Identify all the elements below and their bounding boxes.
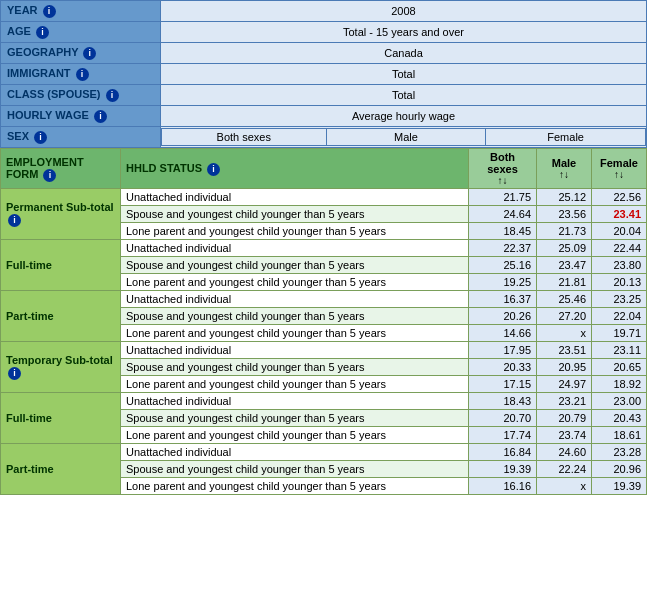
sex-sub-table: Both sexes Male Female bbox=[161, 128, 646, 146]
age-row: AGE i Total - 15 years and over bbox=[1, 22, 647, 43]
immigrant-row: IMMIGRANT i Total bbox=[1, 64, 647, 85]
age-label[interactable]: AGE i bbox=[1, 22, 161, 43]
both-sexes-sort-arrows[interactable]: ↑↓ bbox=[474, 175, 531, 186]
hhld-status-cell: Lone parent and youngest child younger t… bbox=[121, 478, 469, 495]
hhld-status-cell: Spouse and youngest child younger than 5… bbox=[121, 410, 469, 427]
female-value: 23.25 bbox=[592, 291, 647, 308]
hourly-label[interactable]: HOURLY WAGE i bbox=[1, 106, 161, 127]
geography-value[interactable]: Canada bbox=[161, 43, 647, 64]
main-container: YEAR i 2008 AGE i Total - 15 years and o… bbox=[0, 0, 647, 495]
both-sexes-label[interactable]: Both sexes bbox=[162, 129, 327, 146]
both-sexes-value: 17.74 bbox=[469, 427, 537, 444]
male-value: 20.95 bbox=[537, 359, 592, 376]
male-value: 24.97 bbox=[537, 376, 592, 393]
female-value: 22.56 bbox=[592, 189, 647, 206]
year-value[interactable]: 2008 bbox=[161, 1, 647, 22]
hhld-status-cell: Lone parent and youngest child younger t… bbox=[121, 376, 469, 393]
male-value: 21.81 bbox=[537, 274, 592, 291]
both-sexes-value: 21.75 bbox=[469, 189, 537, 206]
geography-info-icon[interactable]: i bbox=[83, 47, 96, 60]
female-value: 22.04 bbox=[592, 308, 647, 325]
table-row: Temporary Sub-totaliUnattached individua… bbox=[1, 342, 647, 359]
year-row: YEAR i 2008 bbox=[1, 1, 647, 22]
female-value: 19.71 bbox=[592, 325, 647, 342]
both-sexes-value: 24.64 bbox=[469, 206, 537, 223]
male-value: 22.24 bbox=[537, 461, 592, 478]
male-sort-arrows[interactable]: ↑↓ bbox=[542, 169, 586, 180]
hhld-status-cell: Unattached individual bbox=[121, 444, 469, 461]
employment-form-cell: Temporary Sub-totali bbox=[1, 342, 121, 393]
hhld-status-cell: Lone parent and youngest child younger t… bbox=[121, 223, 469, 240]
both-sexes-value: 16.16 bbox=[469, 478, 537, 495]
employment-form-cell: Part-time bbox=[1, 291, 121, 342]
female-value: 18.92 bbox=[592, 376, 647, 393]
table-row: Part-timeUnattached individual16.8424.60… bbox=[1, 444, 647, 461]
female-value: 23.28 bbox=[592, 444, 647, 461]
sex-value-cell: Both sexes Male Female bbox=[161, 127, 647, 148]
male-value: 21.73 bbox=[537, 223, 592, 240]
both-sexes-col-label: Both sexes bbox=[474, 151, 531, 175]
class-value[interactable]: Total bbox=[161, 85, 647, 106]
employment-form-cell: Full-time bbox=[1, 393, 121, 444]
female-value: 23.11 bbox=[592, 342, 647, 359]
both-sexes-value: 14.66 bbox=[469, 325, 537, 342]
female-sort-arrows[interactable]: ↑↓ bbox=[597, 169, 641, 180]
sex-info-icon[interactable]: i bbox=[34, 131, 47, 144]
male-value: 23.74 bbox=[537, 427, 592, 444]
age-value[interactable]: Total - 15 years and over bbox=[161, 22, 647, 43]
hhld-status-cell: Spouse and youngest child younger than 5… bbox=[121, 308, 469, 325]
col-header-row: EMPLOYMENT FORM i HHLD STATUS i Both sex… bbox=[1, 149, 647, 189]
employment-form-header[interactable]: EMPLOYMENT FORM i bbox=[1, 149, 121, 189]
sex-label-row: Both sexes Male Female bbox=[162, 129, 646, 146]
male-value: 25.09 bbox=[537, 240, 592, 257]
hourly-value[interactable]: Average hourly wage bbox=[161, 106, 647, 127]
class-label[interactable]: CLASS (SPOUSE) i bbox=[1, 85, 161, 106]
male-value: 25.46 bbox=[537, 291, 592, 308]
form-info-icon[interactable]: i bbox=[8, 367, 21, 380]
geography-row: GEOGRAPHY i Canada bbox=[1, 43, 647, 64]
both-sexes-col-header[interactable]: Both sexes ↑↓ bbox=[469, 149, 537, 189]
both-sexes-value: 19.39 bbox=[469, 461, 537, 478]
table-row: Full-timeUnattached individual18.4323.21… bbox=[1, 393, 647, 410]
both-sexes-value: 16.37 bbox=[469, 291, 537, 308]
female-value: 20.13 bbox=[592, 274, 647, 291]
hhld-status-cell: Spouse and youngest child younger than 5… bbox=[121, 359, 469, 376]
hhld-status-cell: Lone parent and youngest child younger t… bbox=[121, 427, 469, 444]
both-sexes-value: 16.84 bbox=[469, 444, 537, 461]
female-value: 23.00 bbox=[592, 393, 647, 410]
hhld-status-header[interactable]: HHLD STATUS i bbox=[121, 149, 469, 189]
male-col-header[interactable]: Male ↑↓ bbox=[537, 149, 592, 189]
immigrant-info-icon[interactable]: i bbox=[76, 68, 89, 81]
sex-row: SEX i Both sexes Male Female bbox=[1, 127, 647, 148]
male-value: 23.21 bbox=[537, 393, 592, 410]
age-info-icon[interactable]: i bbox=[36, 26, 49, 39]
both-sexes-value: 20.26 bbox=[469, 308, 537, 325]
immigrant-label[interactable]: IMMIGRANT i bbox=[1, 64, 161, 85]
both-sexes-value: 17.15 bbox=[469, 376, 537, 393]
hhld-status-info-icon[interactable]: i bbox=[207, 163, 220, 176]
both-sexes-value: 19.25 bbox=[469, 274, 537, 291]
hourly-row: HOURLY WAGE i Average hourly wage bbox=[1, 106, 647, 127]
class-info-icon[interactable]: i bbox=[106, 89, 119, 102]
hhld-status-cell: Unattached individual bbox=[121, 342, 469, 359]
sex-label[interactable]: SEX i bbox=[1, 127, 161, 148]
male-label[interactable]: Male bbox=[326, 129, 486, 146]
immigrant-value[interactable]: Total bbox=[161, 64, 647, 85]
female-col-label: Female bbox=[597, 157, 641, 169]
year-label[interactable]: YEAR i bbox=[1, 1, 161, 22]
male-value: x bbox=[537, 478, 592, 495]
hhld-status-cell: Lone parent and youngest child younger t… bbox=[121, 325, 469, 342]
female-value: 23.80 bbox=[592, 257, 647, 274]
female-col-header[interactable]: Female ↑↓ bbox=[592, 149, 647, 189]
employment-form-info-icon[interactable]: i bbox=[43, 169, 56, 182]
both-sexes-value: 22.37 bbox=[469, 240, 537, 257]
form-info-icon[interactable]: i bbox=[8, 214, 21, 227]
male-value: 24.60 bbox=[537, 444, 592, 461]
female-label[interactable]: Female bbox=[486, 129, 646, 146]
hourly-info-icon[interactable]: i bbox=[94, 110, 107, 123]
data-table-header: EMPLOYMENT FORM i HHLD STATUS i Both sex… bbox=[1, 149, 647, 189]
year-info-icon[interactable]: i bbox=[43, 5, 56, 18]
geography-label[interactable]: GEOGRAPHY i bbox=[1, 43, 161, 64]
both-sexes-value: 20.70 bbox=[469, 410, 537, 427]
data-table: EMPLOYMENT FORM i HHLD STATUS i Both sex… bbox=[0, 148, 647, 495]
